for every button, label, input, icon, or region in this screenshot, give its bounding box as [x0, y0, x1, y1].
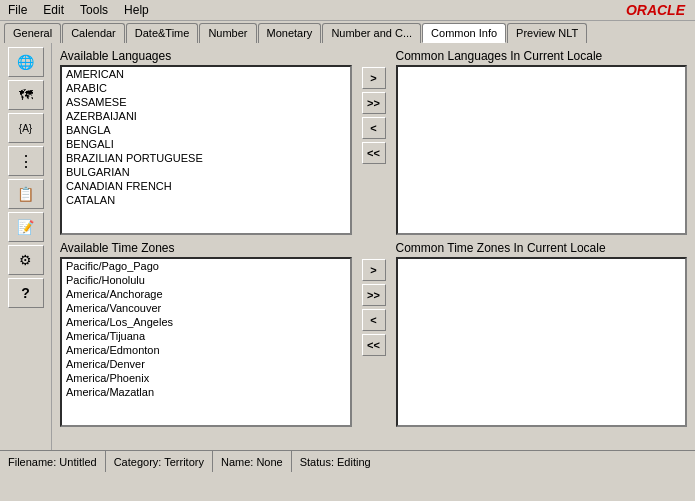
timezone-transfer-buttons: > >> < <<	[360, 259, 388, 356]
available-timezones-label: Available Time Zones	[60, 241, 352, 255]
available-languages-list[interactable]: AMERICANARABICASSAMESEAZERBAIJANIBANGLAB…	[60, 65, 352, 235]
available-timezones-list[interactable]: Pacific/Pago_PagoPacific/HonoluluAmerica…	[60, 257, 352, 427]
tab-datetime[interactable]: Date&Time	[126, 23, 199, 43]
common-timezones-section: Common Time Zones In Current Locale	[396, 241, 688, 427]
common-timezones-list[interactable]	[396, 257, 688, 427]
tz-add-button[interactable]: >	[362, 259, 386, 281]
common-languages-list[interactable]	[396, 65, 688, 235]
menu-bar: File Edit Tools Help ORACLE	[0, 0, 695, 21]
list-item[interactable]: CATALAN	[62, 193, 350, 207]
sidebar-btn-clipboard[interactable]: 📋	[8, 179, 44, 209]
common-languages-section: Common Languages In Current Locale	[396, 49, 688, 235]
status-name: Name: None	[213, 451, 292, 472]
available-timezones-section: Available Time Zones Pacific/Pago_PagoPa…	[60, 241, 352, 427]
status-category: Category: Territory	[106, 451, 213, 472]
list-item[interactable]: ARABIC	[62, 81, 350, 95]
list-item[interactable]: Pacific/Honolulu	[62, 273, 350, 287]
menu-help[interactable]: Help	[120, 2, 153, 18]
tab-calendar[interactable]: Calendar	[62, 23, 125, 43]
content-panel: Available Languages AMERICANARABICASSAME…	[52, 43, 695, 450]
list-item[interactable]: BANGLA	[62, 123, 350, 137]
sidebar: 🌐 🗺 {A} ⋮ 📋 📝 ⚙ ?	[0, 43, 52, 450]
sidebar-btn-variables[interactable]: {A}	[8, 113, 44, 143]
menu-edit[interactable]: Edit	[39, 2, 68, 18]
list-item[interactable]: America/Edmonton	[62, 343, 350, 357]
status-editing: Status: Editing	[292, 451, 695, 472]
list-item[interactable]: BULGARIAN	[62, 165, 350, 179]
list-item[interactable]: BRAZILIAN PORTUGUESE	[62, 151, 350, 165]
tab-general[interactable]: General	[4, 23, 61, 43]
list-item[interactable]: Pacific/Pago_Pago	[62, 259, 350, 273]
common-timezones-label: Common Time Zones In Current Locale	[396, 241, 688, 255]
main-layout: 🌐 🗺 {A} ⋮ 📋 📝 ⚙ ? Available Languages AM…	[0, 43, 695, 450]
list-item[interactable]: America/Denver	[62, 357, 350, 371]
tab-bar: General Calendar Date&Time Number Moneta…	[0, 21, 695, 43]
tab-monetary[interactable]: Monetary	[258, 23, 322, 43]
sidebar-btn-map[interactable]: 🗺	[8, 80, 44, 110]
language-transfer-buttons: > >> < <<	[360, 67, 388, 164]
lang-add-button[interactable]: >	[362, 67, 386, 89]
list-item[interactable]: America/Los_Angeles	[62, 315, 350, 329]
tab-number-c[interactable]: Number and C...	[322, 23, 421, 43]
tz-add-all-button[interactable]: >>	[362, 284, 386, 306]
available-languages-label: Available Languages	[60, 49, 352, 63]
lang-add-all-button[interactable]: >>	[362, 92, 386, 114]
list-item[interactable]: BENGALI	[62, 137, 350, 151]
list-item[interactable]: America/Tijuana	[62, 329, 350, 343]
languages-section: Available Languages AMERICANARABICASSAME…	[60, 49, 687, 235]
status-filename: Filename: Untitled	[0, 451, 106, 472]
common-languages-label: Common Languages In Current Locale	[396, 49, 688, 63]
list-item[interactable]: AZERBAIJANI	[62, 109, 350, 123]
list-item[interactable]: America/Phoenix	[62, 371, 350, 385]
list-item[interactable]: ASSAMESE	[62, 95, 350, 109]
lang-remove-all-button[interactable]: <<	[362, 142, 386, 164]
oracle-logo: ORACLE	[626, 2, 685, 18]
list-item[interactable]: America/Mazatlan	[62, 385, 350, 399]
lang-remove-button[interactable]: <	[362, 117, 386, 139]
menu-file[interactable]: File	[4, 2, 31, 18]
tab-number[interactable]: Number	[199, 23, 256, 43]
tab-preview-nlt[interactable]: Preview NLT	[507, 23, 587, 43]
list-item[interactable]: America/Anchorage	[62, 287, 350, 301]
sidebar-btn-settings[interactable]: ⚙	[8, 245, 44, 275]
list-item[interactable]: America/Vancouver	[62, 301, 350, 315]
list-item[interactable]: AMERICAN	[62, 67, 350, 81]
list-item[interactable]: CANADIAN FRENCH	[62, 179, 350, 193]
timezones-section: Available Time Zones Pacific/Pago_PagoPa…	[60, 241, 687, 427]
available-languages-section: Available Languages AMERICANARABICASSAME…	[60, 49, 352, 235]
status-bar: Filename: Untitled Category: Territory N…	[0, 450, 695, 472]
tz-remove-button[interactable]: <	[362, 309, 386, 331]
sidebar-btn-globe[interactable]: 🌐	[8, 47, 44, 77]
tz-remove-all-button[interactable]: <<	[362, 334, 386, 356]
menu-items: File Edit Tools Help	[4, 2, 153, 18]
tab-common-info[interactable]: Common Info	[422, 23, 506, 43]
sidebar-btn-list[interactable]: ⋮	[8, 146, 44, 176]
menu-tools[interactable]: Tools	[76, 2, 112, 18]
sidebar-btn-help[interactable]: ?	[8, 278, 44, 308]
sidebar-btn-notepad[interactable]: 📝	[8, 212, 44, 242]
